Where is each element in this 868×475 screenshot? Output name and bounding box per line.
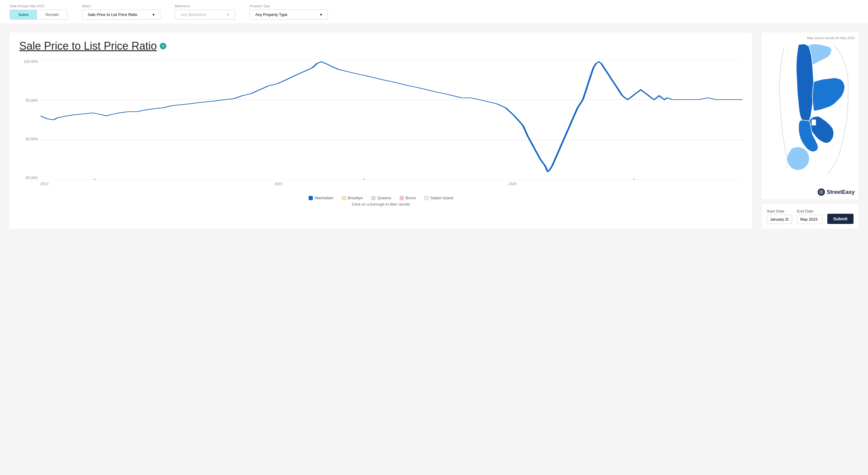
legend-dot-staten-island bbox=[424, 196, 429, 200]
x-label-2010: 2010 bbox=[40, 182, 49, 186]
date-controls: Start Date End Date Submit bbox=[762, 204, 858, 229]
tab-sales[interactable]: Sales bbox=[10, 10, 37, 19]
chart-container: 100.00% 95.00% 90.00% 85.00% bbox=[19, 60, 743, 192]
property-type-value: Any Property Type bbox=[255, 12, 287, 17]
metric-dropdown[interactable]: Sale Price to List Price Ratio ▾ bbox=[82, 10, 160, 20]
right-section: Map shows results for May 2023 bbox=[762, 33, 858, 229]
legend-dot-queens bbox=[371, 196, 375, 200]
bedrooms-label: Bedrooms bbox=[175, 4, 235, 8]
tab-group: Sales Rentals bbox=[10, 10, 67, 20]
se-icon-svg bbox=[819, 190, 824, 194]
legend-bronx[interactable]: Bronx bbox=[400, 196, 416, 200]
map-container bbox=[766, 41, 855, 186]
property-type-label: Property Type bbox=[250, 4, 328, 8]
chart-svg bbox=[40, 60, 743, 180]
end-date-input[interactable] bbox=[797, 215, 822, 224]
legend-label-queens: Queens bbox=[377, 196, 391, 200]
metric-section: Metric Sale Price to List Price Ratio ▾ bbox=[82, 4, 160, 20]
legend-label-brooklyn: Brooklyn bbox=[348, 196, 363, 200]
y-label-100: 100.00% bbox=[24, 60, 38, 64]
streeteasy-logo: StreetEasy bbox=[766, 189, 855, 196]
property-type-section: Property Type Any Property Type ▾ bbox=[250, 4, 328, 20]
legend-row: Manhattan Brooklyn Queens Bronx Staten I… bbox=[19, 196, 743, 200]
start-date-label: Start Date bbox=[767, 209, 792, 213]
y-label-90: 90.00% bbox=[26, 137, 38, 141]
main-content: Sale Price to List Price Ratio ? 100.00%… bbox=[0, 24, 868, 237]
chart-title-row: Sale Price to List Price Ratio ? bbox=[19, 40, 743, 53]
end-date-label: End Date bbox=[797, 209, 822, 213]
y-label-95: 95.00% bbox=[26, 98, 38, 103]
bedrooms-arrow: ▾ bbox=[227, 12, 229, 17]
tab-rentals[interactable]: Rentals bbox=[37, 10, 67, 19]
x-axis: 2010 2015 2020 bbox=[40, 180, 743, 192]
help-icon[interactable]: ? bbox=[160, 43, 166, 49]
water-outline-2 bbox=[779, 47, 787, 169]
legend-staten-island[interactable]: Staten Island bbox=[424, 196, 453, 200]
y-label-85: 85.00% bbox=[26, 176, 38, 180]
start-date-input[interactable] bbox=[767, 215, 792, 224]
sales-rentals-section: Data through May 2023 Sales Rentals bbox=[10, 4, 67, 20]
legend-dot-bronx bbox=[400, 196, 404, 200]
legend-queens[interactable]: Queens bbox=[371, 196, 391, 200]
chart-plot bbox=[40, 60, 743, 180]
property-type-arrow: ▾ bbox=[320, 12, 322, 17]
map-gap-1 bbox=[812, 120, 816, 125]
legend-brooklyn[interactable]: Brooklyn bbox=[342, 196, 363, 200]
legend-dot-manhattan bbox=[309, 196, 313, 200]
start-date-field: Start Date bbox=[767, 209, 792, 224]
legend-label-manhattan: Manhattan bbox=[315, 196, 333, 200]
map-note: Map shows results for May 2023 bbox=[766, 36, 855, 40]
chart-section: Sale Price to List Price Ratio ? 100.00%… bbox=[10, 33, 752, 229]
legend-label-staten-island: Staten Island bbox=[430, 196, 453, 200]
property-type-dropdown[interactable]: Any Property Type ▾ bbox=[250, 10, 328, 20]
click-hint: Click on a borough to filter results bbox=[19, 202, 743, 206]
data-through-label: Data through May 2023 bbox=[10, 4, 67, 8]
streeteasy-icon bbox=[818, 189, 825, 196]
bedrooms-section: Bedrooms Any Bedrooms ▾ bbox=[175, 4, 235, 20]
end-date-field: End Date bbox=[797, 209, 822, 224]
metric-arrow: ▾ bbox=[153, 12, 155, 17]
streeteasy-text: StreetEasy bbox=[827, 189, 855, 195]
y-axis: 100.00% 95.00% 90.00% 85.00% bbox=[19, 60, 40, 180]
borough-bronx[interactable] bbox=[809, 44, 832, 65]
borough-staten-island[interactable] bbox=[787, 147, 809, 170]
metric-label: Metric bbox=[82, 4, 160, 8]
x-label-2020: 2020 bbox=[508, 182, 517, 186]
x-label-2015: 2015 bbox=[275, 182, 283, 186]
metric-value: Sale Price to List Price Ratio bbox=[88, 12, 137, 17]
legend-manhattan[interactable]: Manhattan bbox=[309, 196, 333, 200]
submit-button[interactable]: Submit bbox=[827, 214, 854, 224]
legend-label-bronx: Bronx bbox=[406, 196, 416, 200]
water-outline bbox=[828, 44, 848, 175]
borough-queens[interactable] bbox=[812, 78, 845, 111]
bedrooms-dropdown[interactable]: Any Bedrooms ▾ bbox=[175, 10, 235, 20]
legend-dot-brooklyn bbox=[342, 196, 346, 200]
bedrooms-value: Any Bedrooms bbox=[181, 12, 206, 17]
nyc-map-svg bbox=[766, 41, 855, 186]
map-panel: Map shows results for May 2023 bbox=[762, 33, 858, 199]
top-bar: Data through May 2023 Sales Rentals Metr… bbox=[0, 0, 868, 24]
chart-title: Sale Price to List Price Ratio bbox=[19, 40, 157, 53]
